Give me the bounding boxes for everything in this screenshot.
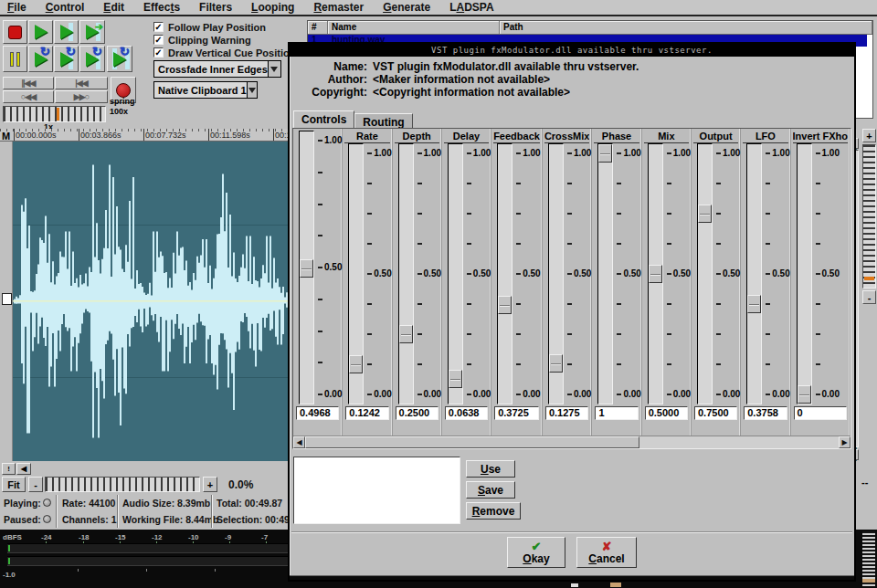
- slider-handle[interactable]: [698, 205, 712, 223]
- slider-handle[interactable]: [449, 370, 462, 388]
- file-list-column-name[interactable]: Name: [328, 21, 500, 34]
- horizontal-scrollbar[interactable]: ◀ ▶: [293, 436, 851, 448]
- slider-value-input[interactable]: 0.2500: [396, 406, 438, 420]
- slider-track[interactable]: [548, 143, 564, 404]
- zoom-out-button[interactable]: -: [28, 477, 43, 492]
- skip-to-begin-button[interactable]: ||◀◀: [3, 77, 54, 89]
- fit-button[interactable]: Fit: [2, 477, 26, 492]
- slider-track[interactable]: [448, 143, 463, 404]
- slider-handle[interactable]: [300, 259, 313, 278]
- slider-handle[interactable]: [498, 296, 512, 314]
- dialog-title-bar[interactable]: VST plugin fxModulator.dll available thr…: [290, 44, 854, 57]
- scrollbar-thumb[interactable]: [305, 436, 639, 448]
- slider-value-input[interactable]: 1: [595, 406, 638, 420]
- checkbox-check-icon[interactable]: ✓: [153, 22, 164, 32]
- slider-track[interactable]: [348, 143, 364, 404]
- okay-button[interactable]: ✔ Okay: [507, 537, 565, 568]
- preset-listbox[interactable]: [293, 457, 460, 524]
- scroll-left-icon[interactable]: ◀: [293, 436, 305, 448]
- slider-value-input[interactable]: 0: [794, 406, 848, 420]
- slider-handle[interactable]: [798, 385, 811, 404]
- menu-control[interactable]: Control: [46, 1, 85, 14]
- skip-back-cue-button[interactable]: |◀◀: [55, 77, 108, 89]
- checkbox-draw-vertical-cue-positions[interactable]: ✓Draw Vertical Cue Positions: [153, 47, 301, 58]
- save-button[interactable]: Save: [466, 481, 515, 499]
- play-button[interactable]: [28, 20, 53, 44]
- clipboard-select[interactable]: Native Clipboard 1: [153, 81, 258, 99]
- slider-tick-label: 1.00: [424, 148, 441, 158]
- dialog-bottom-edge: [290, 575, 854, 580]
- slider-tick: [417, 303, 422, 305]
- slider-handle[interactable]: [598, 144, 612, 163]
- tab-controls[interactable]: Controls: [293, 110, 354, 128]
- slider-track[interactable]: [597, 143, 613, 404]
- checkbox-clipping-warning[interactable]: ✓Clipping Warning: [153, 34, 251, 46]
- meter-zoom-slider[interactable]: [862, 531, 875, 586]
- menu-file[interactable]: File: [7, 1, 26, 14]
- checkbox-follow-play-position[interactable]: ✓Follow Play Position: [153, 21, 266, 33]
- slider-value-input[interactable]: 0.4968: [296, 406, 339, 420]
- arrow-right-icon: ➔: [95, 21, 103, 33]
- slider-track[interactable]: [497, 143, 512, 404]
- chevron-down-icon[interactable]: [268, 61, 280, 77]
- slider-handle[interactable]: [549, 354, 563, 373]
- checkbox-check-icon[interactable]: ✓: [153, 47, 164, 58]
- checkbox-check-icon[interactable]: ✓: [153, 35, 164, 45]
- slider-track[interactable]: [746, 143, 762, 404]
- crossfade-edges-select[interactable]: Crossfade Inner Edges: [153, 60, 281, 78]
- alert-button[interactable]: !: [2, 463, 16, 475]
- slider-value-input[interactable]: 0.3758: [744, 406, 787, 420]
- loop-play-cue-button[interactable]: ↻: [54, 46, 79, 72]
- scroll-right-icon[interactable]: ▶: [839, 436, 851, 448]
- vertical-zoom-in-button[interactable]: +: [862, 129, 876, 142]
- loop-play-selection-button[interactable]: ↻: [79, 46, 105, 72]
- slider-track[interactable]: [648, 143, 663, 404]
- menu-ladspa[interactable]: LADSPA: [449, 1, 493, 14]
- chevron-down-icon[interactable]: [247, 82, 257, 98]
- slider-tick: [766, 273, 770, 275]
- menu-remaster[interactable]: Remaster: [313, 1, 364, 14]
- slider-tick: [617, 363, 621, 365]
- menu-generate[interactable]: Generate: [383, 1, 430, 14]
- slider-value-input[interactable]: 0.0638: [445, 406, 488, 420]
- zoom-in-button[interactable]: +: [203, 477, 217, 492]
- slider-handle[interactable]: [747, 295, 761, 313]
- menu-edit[interactable]: Edit: [103, 1, 124, 14]
- vertical-zoom-slider[interactable]: [862, 144, 876, 289]
- slider-value-input[interactable]: 0.1242: [345, 406, 388, 420]
- horizontal-zoom-slider[interactable]: [45, 477, 200, 492]
- slider-handle[interactable]: [649, 265, 662, 283]
- slider-track[interactable]: [299, 131, 314, 404]
- menu-effects[interactable]: Effects: [143, 1, 180, 14]
- slider-track[interactable]: [797, 143, 812, 404]
- cancel-button[interactable]: ✘ Cancel: [576, 537, 637, 568]
- use-button[interactable]: Use: [466, 460, 515, 478]
- play-to-end-button[interactable]: ➔: [79, 20, 105, 44]
- stop-button[interactable]: [3, 20, 27, 44]
- slider-track[interactable]: [697, 143, 713, 404]
- remove-button[interactable]: Remove: [466, 502, 521, 520]
- menu-looping[interactable]: Looping: [251, 1, 294, 14]
- slider-handle[interactable]: [399, 325, 413, 343]
- slider-value-input[interactable]: 0.3725: [494, 406, 539, 420]
- loop-play-gap-button[interactable]: ↻: [107, 46, 132, 72]
- vertical-zoom-out-button[interactable]: -: [862, 290, 876, 304]
- undo-button[interactable]: ◀: [16, 463, 31, 475]
- loop-play-button[interactable]: ↻: [28, 46, 53, 72]
- cue-handle[interactable]: [2, 293, 12, 305]
- jump-back-button[interactable]: ○◀◀: [3, 90, 54, 103]
- slider-value-input[interactable]: 0.5000: [645, 406, 688, 420]
- jump-forward-button[interactable]: ▶▶○: [55, 90, 108, 103]
- file-list-column-path[interactable]: Path: [500, 21, 872, 34]
- slider-track[interactable]: [398, 143, 414, 404]
- menu-filters[interactable]: Filters: [199, 1, 232, 14]
- tab-routing[interactable]: Routing: [354, 113, 412, 128]
- slider-value-input[interactable]: 0.7500: [694, 406, 737, 420]
- slider-handle[interactable]: [349, 355, 363, 373]
- file-list-column-num[interactable]: #: [308, 21, 328, 34]
- playback-speed-slider[interactable]: [3, 106, 106, 122]
- pause-button[interactable]: [3, 46, 27, 72]
- play-from-cursor-button[interactable]: [54, 20, 79, 44]
- slider-value-input[interactable]: 0.1275: [545, 406, 589, 420]
- slider-tick: [617, 243, 621, 245]
